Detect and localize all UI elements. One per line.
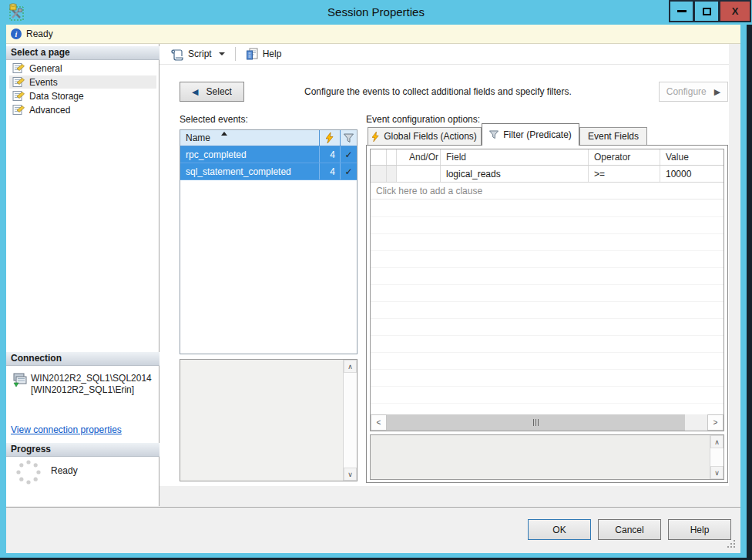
help-button-footer[interactable]: Help bbox=[668, 519, 731, 540]
back-arrow-icon: ◀ bbox=[192, 87, 198, 97]
expand-column bbox=[386, 149, 396, 165]
view-connection-properties-link[interactable]: View connection properties bbox=[11, 424, 122, 435]
field-cell[interactable]: logical_reads bbox=[440, 166, 588, 182]
sidebar-item-general[interactable]: General bbox=[9, 62, 156, 75]
progress-spinner-icon bbox=[15, 459, 42, 488]
filter-predicate-panel: And/Or Field Operator Value logical_read… bbox=[366, 145, 728, 483]
sidebar-item-label: Events bbox=[29, 77, 58, 88]
row-indicator-column bbox=[371, 149, 386, 165]
add-clause-row[interactable]: Click here to add a clause bbox=[371, 183, 723, 200]
select-button-label: Select bbox=[206, 86, 232, 97]
sidebar: Select a page General Events Data Storag… bbox=[6, 44, 159, 506]
resize-grip[interactable] bbox=[727, 540, 737, 549]
tab-global-fields-actions[interactable]: Global Fields (Actions) bbox=[368, 127, 482, 146]
connection-server: WIN2012R2_SQL1\SQL2014 bbox=[31, 373, 152, 384]
status-bar: i Ready bbox=[6, 25, 740, 44]
event-name: rpc_completed bbox=[180, 146, 319, 163]
scrollbar-thumb[interactable] bbox=[387, 414, 685, 431]
selected-events-table: Name rpc_completed 4 ✓ sql_statement_com… bbox=[180, 129, 358, 354]
grid-empty-rows bbox=[371, 200, 723, 414]
filter-column-header[interactable] bbox=[340, 130, 357, 146]
help-button[interactable]: Help bbox=[263, 49, 282, 59]
tab-filter-predicate[interactable]: Filter (Predicate) bbox=[482, 123, 579, 146]
minimize-button[interactable] bbox=[669, 0, 694, 22]
selected-events-header-row: Name bbox=[180, 130, 357, 146]
cancel-button[interactable]: Cancel bbox=[598, 519, 661, 540]
description-scrollbar[interactable]: ∧ ∨ bbox=[710, 435, 723, 479]
status-message: Ready bbox=[26, 29, 53, 39]
row-indicator-cell bbox=[371, 166, 386, 182]
sort-ascending-icon bbox=[221, 132, 227, 136]
value-cell[interactable]: 10000 bbox=[660, 166, 723, 182]
scroll-up-icon[interactable]: ∧ bbox=[710, 435, 723, 448]
description-scrollbar[interactable]: ∧ ∨ bbox=[343, 360, 357, 481]
progress-status: Ready bbox=[51, 465, 78, 476]
tab-event-fields[interactable]: Event Fields bbox=[579, 127, 647, 146]
lightning-icon bbox=[372, 132, 379, 142]
configure-button[interactable]: Configure ▶ bbox=[659, 82, 728, 102]
help-icon bbox=[246, 48, 259, 61]
event-row-rpc-completed[interactable]: rpc_completed 4 ✓ bbox=[180, 146, 357, 163]
dialog-footer: OK Cancel Help bbox=[6, 507, 740, 553]
page-icon bbox=[12, 62, 25, 74]
connection-info: WIN2012R2_SQL1\SQL2014 [WIN2012R2_SQL1\E… bbox=[31, 373, 152, 396]
sidebar-item-events[interactable]: Events bbox=[9, 75, 156, 89]
selected-events-label: Selected events: bbox=[180, 114, 248, 125]
field-column-header[interactable]: Field bbox=[440, 149, 588, 165]
server-icon bbox=[12, 373, 28, 390]
connection-login: [WIN2012R2_SQL1\Erin] bbox=[31, 384, 152, 396]
name-header-label: Name bbox=[186, 132, 210, 143]
scroll-down-icon[interactable]: ∨ bbox=[344, 468, 357, 481]
tab-label: Global Fields (Actions) bbox=[384, 131, 477, 142]
event-filter-check-icon: ✓ bbox=[340, 163, 357, 179]
script-dropdown-icon[interactable] bbox=[219, 52, 225, 55]
and-or-column-header[interactable]: And/Or bbox=[396, 149, 440, 165]
progress-header: Progress bbox=[6, 443, 159, 457]
and-or-cell[interactable] bbox=[396, 166, 440, 182]
tab-label: Filter (Predicate) bbox=[503, 129, 572, 140]
script-button[interactable]: Script bbox=[188, 49, 212, 59]
close-icon: X bbox=[732, 5, 739, 17]
scroll-right-icon[interactable]: > bbox=[707, 414, 723, 431]
window-border-left bbox=[0, 25, 6, 557]
event-row-sql-statement-completed[interactable]: sql_statement_completed 4 ✓ bbox=[180, 163, 357, 180]
info-icon: i bbox=[11, 29, 22, 39]
scroll-down-icon[interactable]: ∨ bbox=[710, 466, 723, 479]
filter-clause-row[interactable]: logical_reads >= 10000 bbox=[371, 166, 723, 183]
operator-column-header[interactable]: Operator bbox=[588, 149, 660, 165]
page-icon bbox=[12, 104, 25, 116]
operator-cell[interactable]: >= bbox=[588, 166, 660, 182]
window-title: Session Properties bbox=[0, 0, 752, 25]
scroll-left-icon[interactable]: < bbox=[371, 414, 387, 431]
minimize-icon bbox=[677, 10, 687, 12]
ok-button[interactable]: OK bbox=[528, 519, 591, 540]
predicate-description-box: ∧ ∨ bbox=[370, 434, 724, 480]
close-button[interactable]: X bbox=[720, 0, 751, 22]
select-a-page-header: Select a page bbox=[6, 46, 159, 60]
funnel-icon bbox=[489, 130, 499, 139]
scroll-up-icon[interactable]: ∧ bbox=[344, 360, 357, 373]
toolbar-separator bbox=[235, 47, 236, 61]
filter-grid-header: And/Or Field Operator Value bbox=[371, 149, 723, 166]
titlebar[interactable]: Session Properties X bbox=[0, 0, 752, 25]
connection-header: Connection bbox=[6, 352, 159, 366]
sidebar-item-advanced[interactable]: Advanced bbox=[9, 103, 156, 116]
maximize-icon bbox=[703, 8, 711, 15]
window-border-bottom bbox=[0, 553, 747, 558]
config-options-label: Event configuration options: bbox=[366, 114, 480, 125]
event-description-box: ∧ ∨ bbox=[180, 359, 358, 481]
sidebar-item-data-storage[interactable]: Data Storage bbox=[9, 89, 156, 102]
script-icon bbox=[170, 48, 184, 61]
event-filter-check-icon: ✓ bbox=[340, 146, 357, 163]
horizontal-scrollbar[interactable]: < > bbox=[371, 414, 723, 431]
sidebar-item-label: Data Storage bbox=[29, 91, 84, 102]
page-icon bbox=[12, 76, 25, 88]
name-column-header[interactable]: Name bbox=[180, 130, 319, 146]
tab-label: Event Fields bbox=[588, 131, 639, 142]
value-column-header[interactable]: Value bbox=[660, 149, 723, 165]
funnel-icon bbox=[344, 133, 354, 143]
select-button[interactable]: ◀ Select bbox=[180, 82, 244, 102]
maximize-button[interactable] bbox=[694, 0, 720, 22]
actions-column-header[interactable] bbox=[319, 130, 340, 146]
dialog-body: Select a page General Events Data Storag… bbox=[6, 44, 740, 553]
